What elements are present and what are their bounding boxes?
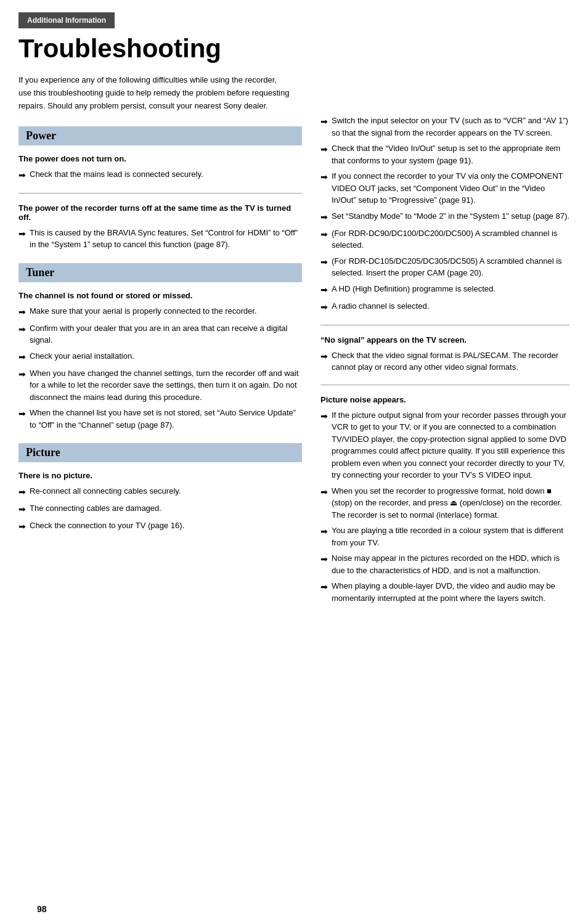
arrow-icon: ➡: [321, 171, 328, 184]
tuner-item-5: ➡ When the channel list you have set is …: [18, 407, 302, 431]
picture-noise-item-0: ➡If the picture output signal from your …: [321, 409, 570, 481]
arrow-icon: ➡: [18, 520, 26, 533]
right-no-picture-item-1: ➡Check that the “Video In/Out” setup is …: [321, 142, 570, 166]
right-no-picture-item-text: Set “Standby Mode” to “Mode 2” in the “S…: [332, 210, 570, 222]
tuner-item-3-text: Check your aerial installation.: [30, 350, 302, 362]
tuner-section: Tuner The channel is not found or stored…: [18, 263, 302, 431]
picture-noise-list: ➡If the picture output signal from your …: [321, 409, 570, 605]
picture-item-1: ➡ Re-connect all connecting cables secur…: [18, 485, 302, 499]
arrow-icon: ➡: [18, 503, 26, 516]
picture-section: Picture There is no picture. ➡ Re-connec…: [18, 443, 302, 533]
right-no-picture-item-3: ➡Set “Standby Mode” to “Mode 2” in the “…: [321, 210, 570, 224]
no-signal-item-text: Check that the video signal format is PA…: [332, 349, 570, 373]
picture-subtitle-1: There is no picture.: [18, 471, 302, 480]
page-title: Troubleshooting: [18, 35, 302, 63]
arrow-icon: ➡: [321, 301, 328, 314]
picture-item-1-text: Re-connect all connecting cables securel…: [30, 485, 302, 497]
arrow-icon: ➡: [321, 525, 328, 538]
picture-noise-item-text: You are playing a title recorded in a co…: [332, 524, 570, 549]
picture-item-3-text: Check the connection to your TV (page 16…: [30, 520, 302, 532]
power-item-2: ➡ This is caused by the BRAVIA Sync feat…: [18, 227, 302, 251]
right-no-picture-item-0: ➡Switch the input selector on your TV (s…: [321, 115, 570, 139]
divider: [321, 325, 570, 325]
right-no-picture-item-text: Check that the “Video In/Out” setup is s…: [332, 142, 570, 166]
tuner-item-3: ➡ Check your aerial installation.: [18, 350, 302, 364]
power-item-2-text: This is caused by the BRAVIA Sync featur…: [30, 227, 302, 251]
power-subtitle-2: The power of the recorder turns off at t…: [18, 203, 302, 222]
power-subsection-2: The power of the recorder turns off at t…: [18, 203, 302, 251]
arrow-icon: ➡: [321, 256, 328, 269]
right-no-picture-item-2: ➡If you connect the recorder to your TV …: [321, 170, 570, 206]
no-signal-item-0: ➡Check that the video signal format is P…: [321, 349, 570, 373]
picture-item-3: ➡ Check the connection to your TV (page …: [18, 520, 302, 533]
right-no-picture-item-text: A HD (High Definition) programme is sele…: [332, 283, 570, 295]
picture-noise-title: Picture noise appears.: [321, 395, 570, 404]
right-no-picture-item-7: ➡A radio channel is selected.: [321, 300, 570, 314]
arrow-icon: ➡: [18, 407, 26, 420]
picture-header: Picture: [18, 443, 302, 462]
picture-noise-item-1: ➡When you set the recorder to progressiv…: [321, 485, 570, 521]
right-column: ➡Switch the input selector on your TV (s…: [321, 35, 570, 615]
picture-noise-section: Picture noise appears. ➡If the picture o…: [321, 395, 570, 605]
tuner-item-5-text: When the channel list you have set is no…: [30, 407, 302, 431]
no-signal-list: ➡Check that the video signal format is P…: [321, 349, 570, 373]
picture-item-2: ➡ The connecting cables are damaged.: [18, 502, 302, 516]
arrow-icon: ➡: [321, 581, 328, 594]
picture-noise-item-text: When you set the recorder to progressive…: [332, 485, 570, 521]
arrow-icon: ➡: [321, 410, 328, 423]
arrow-icon: ➡: [321, 553, 328, 566]
arrow-icon: ➡: [321, 115, 328, 128]
right-no-picture-item-text: Switch the input selector on your TV (su…: [332, 115, 570, 139]
no-picture-continued: ➡Switch the input selector on your TV (s…: [321, 115, 570, 314]
arrow-icon: ➡: [321, 350, 328, 363]
right-no-picture-item-text: A radio channel is selected.: [332, 300, 570, 312]
picture-noise-item-2: ➡You are playing a title recorded in a c…: [321, 524, 570, 549]
arrow-icon: ➡: [321, 143, 328, 156]
picture-noise-item-text: When playing a double-layer DVD, the vid…: [332, 580, 570, 604]
power-item-1-text: Check that the mains lead is connected s…: [30, 168, 302, 181]
tuner-item-2: ➡ Confirm with your dealer that you are …: [18, 322, 302, 346]
tuner-header: Tuner: [18, 263, 302, 282]
arrow-icon: ➡: [18, 368, 26, 381]
no-signal-section: “No signal” appears on the TV screen. ➡C…: [321, 335, 570, 373]
tuner-subsection-1: The channel is not found or stored or mi…: [18, 291, 302, 431]
picture-subsection-1: There is no picture. ➡ Re-connect all co…: [18, 471, 302, 533]
divider: [18, 193, 302, 194]
power-section: Power The power does not turn on. ➡ Chec…: [18, 126, 302, 251]
arrow-icon: ➡: [18, 486, 26, 499]
arrow-icon: ➡: [18, 169, 26, 182]
right-no-picture-item-text: (For RDR-DC90/DC100/DC200/DC500) A scram…: [332, 227, 570, 251]
arrow-icon: ➡: [18, 306, 26, 319]
picture-noise-item-text: Noise may appear in the pictures recorde…: [332, 552, 570, 576]
arrow-icon: ➡: [18, 227, 26, 240]
tuner-item-1-text: Make sure that your aerial is properly c…: [30, 305, 302, 317]
picture-item-2-text: The connecting cables are damaged.: [30, 502, 302, 515]
tuner-subtitle-1: The channel is not found or stored or mi…: [18, 291, 302, 300]
additional-info-badge: Additional Information: [18, 12, 115, 28]
page-number: 98: [37, 904, 47, 914]
power-subsection-1: The power does not turn on. ➡ Check that…: [18, 154, 302, 182]
right-no-picture-item-6: ➡A HD (High Definition) programme is sel…: [321, 283, 570, 296]
picture-noise-item-3: ➡Noise may appear in the pictures record…: [321, 552, 570, 576]
right-no-picture-item-5: ➡(For RDR-DC105/DC205/DC305/DC505) A scr…: [321, 255, 570, 279]
arrow-icon: ➡: [321, 284, 328, 296]
power-item-1: ➡ Check that the mains lead is connected…: [18, 168, 302, 182]
tuner-item-4: ➡ When you have changed the channel sett…: [18, 367, 302, 404]
right-no-picture-item-4: ➡(For RDR-DC90/DC100/DC200/DC500) A scra…: [321, 227, 570, 251]
right-no-picture-item-text: (For RDR-DC105/DC205/DC305/DC505) A scra…: [332, 255, 570, 279]
picture-noise-item-text: If the picture output signal from your r…: [332, 409, 570, 481]
power-header: Power: [18, 126, 302, 145]
arrow-icon: ➡: [18, 351, 26, 364]
arrow-icon: ➡: [18, 323, 26, 336]
no-signal-title: “No signal” appears on the TV screen.: [321, 335, 570, 345]
arrow-icon: ➡: [321, 228, 328, 241]
tuner-item-1: ➡ Make sure that your aerial is properly…: [18, 305, 302, 319]
intro-text: If you experience any of the following d…: [18, 74, 290, 112]
divider: [321, 385, 570, 385]
picture-noise-item-4: ➡When playing a double-layer DVD, the vi…: [321, 580, 570, 604]
power-subtitle-1: The power does not turn on.: [18, 154, 302, 163]
tuner-item-2-text: Confirm with your dealer that you are in…: [30, 322, 302, 346]
arrow-icon: ➡: [321, 211, 328, 224]
arrow-icon: ➡: [321, 486, 328, 499]
right-no-picture-list: ➡Switch the input selector on your TV (s…: [321, 115, 570, 314]
